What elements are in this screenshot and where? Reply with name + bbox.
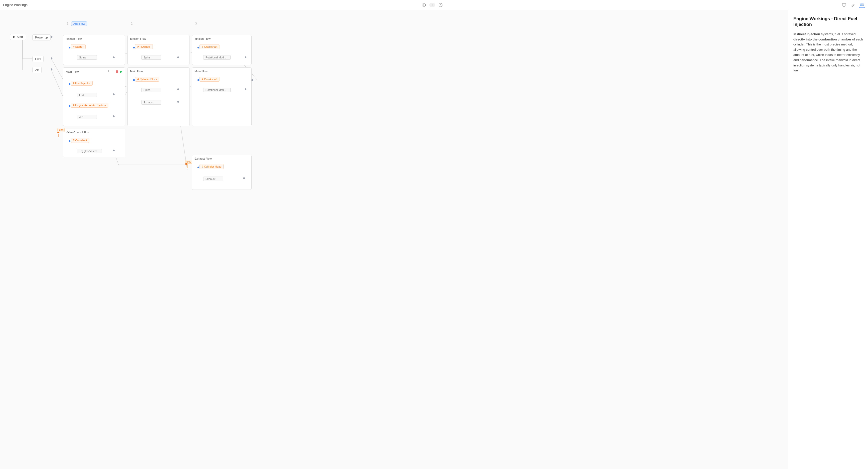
play-icon-main[interactable]: ▶ [120, 70, 123, 74]
flow-icon[interactable] [859, 2, 865, 8]
col3-exhaust-label: Exhaust Flow [194, 157, 212, 160]
cylinder-block-pill[interactable]: # Cylinder Block [135, 77, 159, 82]
fuel-injector-pill[interactable]: # Fuel Injector [71, 81, 93, 86]
svg-rect-5 [842, 3, 846, 6]
spins1-box: Spins [77, 55, 97, 60]
dot-exhaust1-right [177, 101, 179, 102]
badge-count: 1 [429, 3, 435, 7]
cylinder-head-name: Cylinder Head [204, 165, 221, 168]
dot-cb-left [133, 79, 135, 81]
col2-ignition-box: Ignition Flow # Flywheel Spins [127, 35, 190, 65]
starter-pill[interactable]: # Starter [71, 44, 86, 49]
col3-ignition-label: Ignition Flow [194, 37, 211, 40]
diagram-wrapper: Start Power up Fuel Air 1 2 3 Add Flow I… [5, 15, 257, 205]
col-num-3: 3 [195, 22, 197, 25]
toggles-outbox: Toggles Valves [77, 149, 102, 153]
crankshaft-main-pill[interactable]: # Crankshaft [199, 77, 219, 82]
dot-rot1-right [245, 56, 246, 58]
cylinder-block-name: Cylinder Block [140, 78, 157, 81]
col1-ignition-box: Ignition Flow # Starter Spins [63, 35, 125, 65]
app-title: Engine Workings [3, 3, 27, 7]
dot-fi-left [69, 83, 70, 85]
clock-icon[interactable] [438, 2, 443, 7]
svg-line-8 [854, 4, 854, 5]
right-panel: Engine Workings - Direct Fuel Injection … [788, 10, 868, 469]
fuel-outbox: Fuel [77, 93, 97, 97]
play-icon[interactable] [422, 2, 426, 7]
cylinder-head-pill[interactable]: # Cylinder Head [199, 164, 224, 169]
camshaft-pill[interactable]: # Camshaft [71, 138, 89, 143]
col3-exhaust-box: Exhaust Flow # Cylinder Head Exhaust [192, 155, 252, 190]
exhaust2-box: Exhaust [203, 177, 223, 181]
col3-main-box: Main Flow # Crankshaft Rotational Moti..… [192, 67, 252, 126]
dot-air-out-right [113, 115, 115, 117]
flywheel-name: Flywheel [140, 45, 150, 48]
canvas[interactable]: Start Power up Fuel Air 1 2 3 Add Flow I… [0, 10, 788, 469]
topbar: Engine Workings 1 Flow Step › 0 [0, 0, 868, 10]
topbar-left: Engine Workings [3, 3, 27, 7]
spins2-box: Spins [141, 55, 161, 60]
starter-name: Starter [75, 45, 83, 48]
reorder-icon[interactable]: ⋮⋮ [107, 70, 114, 74]
exhaust1-box: Exhaust [141, 100, 161, 105]
col1-main-label: Main Flow [66, 70, 79, 73]
col-num-2: 2 [131, 22, 132, 25]
col-num-1: 1 [67, 22, 68, 25]
input-air[interactable]: Air [32, 67, 42, 73]
main-tools: ⋮⋮ 🗑 ▶ [107, 70, 123, 74]
col2-main-label: Main Flow [130, 70, 143, 73]
rotational2-box: Rotational Moti... [203, 88, 231, 92]
starter-hash: # [73, 45, 74, 48]
air-outbox: Air [77, 115, 97, 119]
engine-air-intake-name: Engine Air Intake System [75, 104, 106, 107]
start-node[interactable]: Start [10, 34, 26, 40]
crankshaft-top-pill[interactable]: # Crankshaft [199, 44, 219, 49]
loop-label-1: loop [57, 128, 65, 132]
dot-cr-main-left [197, 79, 199, 81]
dot-exhaust2-right [243, 177, 245, 179]
dot-cr-top-left [197, 47, 199, 49]
rotational1-box: Rotational Moti... [203, 55, 231, 60]
svg-rect-9 [860, 4, 864, 6]
col3-ignition-box: Ignition Flow # Crankshaft Rotational Mo… [192, 35, 252, 65]
col1-valve-label: Valve Control Flow [66, 131, 90, 134]
col1-valve-box: Valve Control Flow # Camshaft Toggles Va… [63, 128, 125, 157]
dot-ch-left [197, 167, 199, 168]
dot-spins1-right [113, 56, 115, 58]
camshaft-name: Camshaft [75, 139, 87, 142]
right-panel-title: Engine Workings - Direct Fuel Injection [793, 16, 863, 28]
dot-cam-left [69, 140, 70, 142]
dot-col3-right-edge [251, 79, 253, 81]
spins3-box: Spins [141, 88, 161, 92]
dot-loop2-orange [185, 163, 187, 165]
col1-main-box: Main Flow ⋮⋮ 🗑 ▶ # Fuel Injector [63, 67, 125, 126]
play-triangle [13, 36, 15, 38]
svg-marker-1 [424, 4, 425, 5]
dot-fuel-out-right [113, 93, 115, 95]
topbar-center: 1 [422, 2, 443, 7]
right-panel-header [788, 0, 868, 10]
fuel-injector-name: Fuel Injector [75, 82, 90, 85]
input-fuel[interactable]: Fuel [32, 56, 44, 62]
add-flow-button[interactable]: Add Flow [71, 22, 87, 26]
dot-power-right [51, 36, 53, 38]
input-power-up[interactable]: Power up [32, 34, 51, 40]
dot-rot2-right [245, 88, 246, 90]
edit-icon[interactable] [850, 2, 856, 8]
engine-air-intake-pill[interactable]: # Engine Air Intake System [71, 102, 108, 108]
flywheel-pill[interactable]: # Flywheel [135, 44, 153, 49]
dot-spins3-right [177, 88, 179, 90]
dot-eai-left [69, 105, 70, 107]
dot-loop1-orange [57, 131, 59, 134]
dot-fly-left [133, 47, 135, 49]
main: Start Power up Fuel Air 1 2 3 Add Flow I… [0, 10, 868, 469]
col2-main-box: Main Flow # Cylinder Block Spins Exhaust [127, 67, 190, 126]
dot-starter-left [69, 47, 70, 49]
delete-icon[interactable]: 🗑 [115, 70, 119, 74]
dot-fuel-right [51, 57, 53, 59]
monitor-icon[interactable] [841, 2, 847, 8]
crankshaft-top-name: Crankshaft [204, 45, 217, 48]
dot-toggles-right [113, 150, 115, 151]
dot-air-right [51, 68, 53, 70]
col3-main-label: Main Flow [194, 70, 208, 73]
